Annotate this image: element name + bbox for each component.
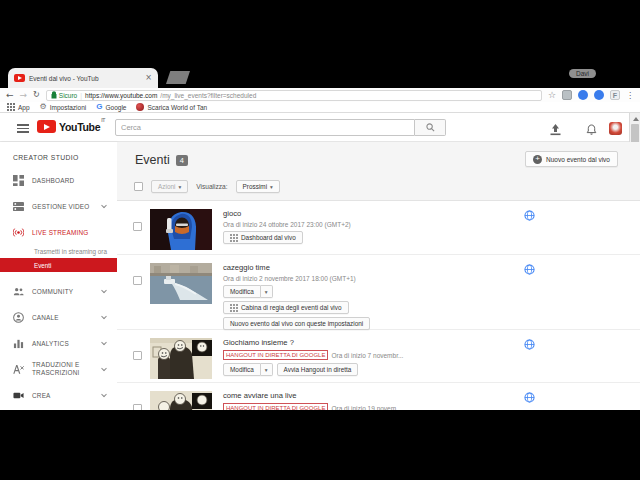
- chrome-menu-icon[interactable]: ⋮: [626, 91, 634, 100]
- actions-button[interactable]: Azioni▾: [151, 180, 188, 193]
- edit-dropdown-button[interactable]: ▾: [261, 363, 273, 376]
- forward-icon: →: [20, 90, 28, 100]
- event-row-giochiamo: Giochiamo insieme ? HANGOUT IN DIRETTA D…: [117, 330, 640, 383]
- select-all-checkbox[interactable]: [134, 182, 143, 191]
- bookmark-google[interactable]: G Google: [96, 103, 126, 111]
- event-thumbnail[interactable]: [150, 338, 212, 379]
- browser-toolbar: ← → ↻ Sicuro | https://www.youtube.com/m…: [0, 88, 640, 102]
- public-globe-icon: [524, 264, 535, 275]
- sidebar-item-community[interactable]: COMMUNITY: [0, 278, 117, 304]
- bookmark-app[interactable]: App: [7, 103, 30, 111]
- extension-icon-1[interactable]: [562, 90, 572, 100]
- chevron-down-icon: [101, 314, 107, 320]
- hamburger-menu-icon[interactable]: [17, 124, 29, 135]
- upload-icon[interactable]: [549, 122, 562, 140]
- youtube-play-icon: [37, 120, 56, 133]
- edit-button[interactable]: Modifica: [223, 363, 261, 376]
- tab-title: Eventi dal vivo - YouTub: [29, 75, 141, 82]
- sidebar-item-live-streaming[interactable]: LIVE STREAMING: [0, 219, 117, 245]
- community-icon: [13, 286, 24, 297]
- start-hangout-button[interactable]: Avvia Hangout in diretta: [277, 363, 359, 376]
- grid-icon: [230, 304, 238, 312]
- translations-icon: [13, 364, 24, 375]
- new-event-same-settings-button[interactable]: Nuovo evento dal vivo con queste imposta…: [223, 317, 370, 330]
- public-globe-icon: [524, 339, 535, 350]
- live-dashboard-button[interactable]: Dashboard dal vivo: [223, 231, 303, 244]
- caret-down-icon: ▾: [265, 289, 268, 295]
- search-button[interactable]: [415, 119, 446, 136]
- google-g-icon: G: [96, 103, 102, 111]
- region-label: IT: [101, 117, 105, 123]
- chevron-down-icon: [101, 203, 107, 209]
- event-title[interactable]: come avviare una live: [223, 391, 296, 400]
- secure-badge[interactable]: Sicuro: [51, 91, 77, 99]
- hangout-badge: HANGOUT IN DIRETTA DI GOOGLE: [223, 350, 328, 360]
- new-live-event-button[interactable]: + Nuovo evento dal vivo: [525, 151, 618, 167]
- tab-close-icon[interactable]: ×: [145, 74, 152, 82]
- new-tab-button[interactable]: [166, 71, 190, 84]
- caret-down-icon: ▾: [178, 184, 181, 190]
- bookmark-star-icon[interactable]: ☆: [548, 90, 556, 100]
- scrollbar-up-arrow[interactable]: [633, 117, 639, 121]
- gear-icon: ⚙: [40, 103, 47, 111]
- event-row-gioco: gioco Ora di inizio 24 ottobre 2017 23:0…: [117, 201, 640, 255]
- event-checkbox[interactable]: [133, 222, 142, 231]
- hangout-badge: HANGOUT IN DIRETTA DI GOOGLE: [223, 403, 328, 410]
- sidebar-item-gestione-video[interactable]: GESTIONE VIDEO: [0, 193, 117, 219]
- event-thumbnail[interactable]: [150, 209, 212, 250]
- view-filter-dropdown[interactable]: Prossimi▾: [236, 180, 280, 193]
- chevron-down-icon: [101, 288, 107, 294]
- bookmark-impostazioni[interactable]: ⚙ Impostazioni: [40, 103, 87, 111]
- page-content: CREATOR STUDIO DASHBOARD GESTIONE VIDEO …: [0, 142, 640, 410]
- event-title[interactable]: gioco: [223, 209, 241, 218]
- lock-icon: [51, 91, 57, 99]
- view-label: Visualizza:: [196, 183, 227, 190]
- search-input[interactable]: [115, 119, 415, 136]
- search-icon: [426, 123, 435, 132]
- event-checkbox[interactable]: [133, 351, 142, 360]
- address-bar[interactable]: Sicuro | https://www.youtube.com/my_live…: [46, 90, 542, 101]
- secure-label: Sicuro: [59, 92, 77, 99]
- extension-icon-4[interactable]: F: [610, 90, 620, 100]
- account-avatar[interactable]: [609, 122, 622, 135]
- grid-icon: [230, 234, 238, 242]
- chevron-down-icon: [101, 366, 107, 372]
- dashboard-icon: [13, 175, 24, 186]
- extension-icon-2[interactable]: [578, 90, 588, 100]
- event-start-time: Ora di inizio 7 novembr...: [331, 352, 403, 359]
- event-checkbox[interactable]: [133, 276, 142, 285]
- edit-dropdown-button[interactable]: ▾: [261, 285, 273, 298]
- screen: Eventi dal vivo - YouTub × Davi ← → ↻ Si…: [0, 0, 640, 480]
- browser-tab[interactable]: Eventi dal vivo - YouTub ×: [8, 68, 158, 88]
- events-list: gioco Ora di inizio 24 ottobre 2017 23:0…: [117, 200, 640, 410]
- youtube-logo[interactable]: YouTubeIT: [37, 120, 104, 133]
- event-title[interactable]: Giochiamo insieme ?: [223, 338, 294, 347]
- chevron-down-icon: [101, 392, 107, 398]
- bookmark-scarica[interactable]: Scarica World of Tan: [136, 103, 207, 111]
- back-icon[interactable]: ←: [6, 90, 14, 100]
- omnibox-divider: |: [80, 92, 82, 99]
- reload-icon[interactable]: ↻: [33, 90, 40, 100]
- sidebar-item-eventi-selected[interactable]: Eventi: [0, 258, 117, 272]
- sidebar-item-dashboard[interactable]: DASHBOARD: [0, 167, 117, 193]
- event-thumbnail[interactable]: [150, 391, 212, 410]
- event-title[interactable]: cazeggio time: [223, 263, 270, 272]
- caret-down-icon: ▾: [270, 184, 273, 190]
- notifications-bell-icon[interactable]: [586, 122, 597, 140]
- event-row-come-avviare: come avviare una live HANGOUT IN DIRETTA…: [117, 383, 640, 410]
- url-path: /my_live_events?filter=scheduled: [160, 92, 256, 99]
- events-count-badge: 4: [176, 155, 188, 166]
- chrome-profile-chip[interactable]: Davi: [569, 69, 596, 78]
- edit-button[interactable]: Modifica: [223, 285, 261, 298]
- sidebar-item-trasmetti[interactable]: Trasmetti in streaming ora: [0, 245, 117, 258]
- sidebar-item-crea[interactable]: CREA: [0, 382, 117, 408]
- live-control-room-button[interactable]: Cabina di regia degli eventi dal vivo: [223, 301, 349, 314]
- letterbox-bottom: [0, 410, 640, 480]
- bookmarks-bar: App ⚙ Impostazioni G Google Scarica Worl…: [0, 102, 640, 113]
- sidebar-item-analytics[interactable]: ANALYTICS: [0, 330, 117, 356]
- sidebar-item-traduzioni[interactable]: TRADUZIONI E TRASCRIZIONI: [0, 356, 117, 382]
- extension-icon-3[interactable]: [594, 90, 604, 100]
- sidebar-item-canale[interactable]: CANALE: [0, 304, 117, 330]
- event-thumbnail[interactable]: [150, 263, 212, 304]
- create-icon: [13, 390, 24, 401]
